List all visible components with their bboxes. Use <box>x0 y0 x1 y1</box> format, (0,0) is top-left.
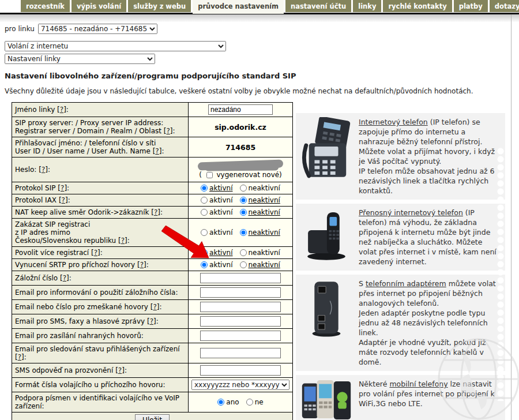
radio-option-aktivní[interactable]: aktivní <box>201 261 232 269</box>
radio-label: neaktivní <box>249 196 280 204</box>
radio-label: neaktivní <box>249 228 280 237</box>
radio-option-neaktivní[interactable]: neaktivní <box>240 249 280 257</box>
help-link[interactable]: ? <box>118 366 122 374</box>
radio-input[interactable] <box>201 209 208 216</box>
settings-row: SMS odpověď na prozvonění [?]: <box>12 363 293 378</box>
settings-row: Formát čísla volajícího u příchozího hov… <box>12 378 293 392</box>
radio-option-neaktivní[interactable]: neaktivní <box>240 196 280 204</box>
text-input[interactable] <box>200 287 281 298</box>
help-link[interactable]: ? <box>166 127 170 135</box>
radio-label: ne <box>255 398 264 406</box>
info-text: Přenosný internetový telefon (IP telefon… <box>359 208 501 267</box>
category-select[interactable]: Volání z internetu <box>5 41 226 51</box>
mobile-phones-image <box>300 379 353 420</box>
help-link[interactable]: ? <box>61 184 64 192</box>
subcategory-select[interactable]: Nastavení linky <box>5 54 155 64</box>
settings-row: Protokol SIP [?]:aktivníneaktivní <box>12 182 293 194</box>
tab-nastavení-účtu[interactable]: nastavení účtu <box>285 0 351 12</box>
tab-rozcestník[interactable]: rozcestník <box>21 0 70 12</box>
text-input[interactable] <box>200 302 281 312</box>
tab-průvodce-nastavením[interactable]: průvodce nastavením <box>193 0 284 12</box>
radio-option-aktivní[interactable]: aktivní <box>201 184 232 192</box>
help-link[interactable]: ? <box>154 208 157 216</box>
tab-platby[interactable]: platby <box>454 0 488 12</box>
help-link[interactable]: ? <box>42 166 45 174</box>
radio-option-neaktivní[interactable]: neaktivní <box>240 228 280 237</box>
radio-input[interactable] <box>240 261 247 268</box>
info-link[interactable]: Internetový telefon <box>359 118 428 126</box>
radio-input[interactable] <box>240 185 247 192</box>
row-label: Vynucení SRTP pro příchozí hovory [?]: <box>12 259 189 271</box>
help-link[interactable]: ? <box>63 274 66 282</box>
row-label: Email pro sledování stavu přihlášených z… <box>12 343 189 363</box>
radio-option-aktivní[interactable]: aktivní <box>201 249 232 257</box>
text-input[interactable] <box>208 104 273 115</box>
settings-row: Zakázat SIP registraciz IP adres mimoČes… <box>12 219 293 247</box>
settings-row: Email pro informování o použití záložníh… <box>12 286 293 300</box>
settings-row: Heslo: [?]:( vygenerovat nové) <box>12 158 293 182</box>
text-input[interactable] <box>200 348 281 358</box>
help-link[interactable]: ? <box>60 106 63 114</box>
tab-služby-z-webu[interactable]: služby z webu <box>128 0 191 12</box>
text-input[interactable] <box>200 273 281 283</box>
row-value <box>189 314 293 329</box>
cordless-phone-image <box>300 208 353 263</box>
text-input[interactable] <box>200 316 281 327</box>
radio-option-neaktivní[interactable]: neaktivní <box>240 261 280 269</box>
settings-table: Jméno linky [?]:SIP proxy server: / Prox… <box>12 102 293 420</box>
radio-option-neaktivní[interactable]: neaktivní <box>240 184 280 192</box>
row-label: Protokol SIP [?]: <box>12 182 189 194</box>
radio-input[interactable] <box>201 197 208 204</box>
help-link[interactable]: ? <box>140 261 144 269</box>
radio-input[interactable] <box>201 249 208 256</box>
generate-password-checkbox[interactable] <box>206 172 213 178</box>
right-border-line <box>511 14 512 420</box>
settings-row: Přihlašovací jméno: / telefonní číslo v … <box>12 137 293 158</box>
info-link[interactable]: mobilní telefony <box>389 380 447 388</box>
save-button[interactable]: Uložit <box>135 414 170 420</box>
radio-option-aktivní[interactable]: aktivní <box>201 196 232 204</box>
settings-row: SIP proxy server: / Proxy server IP addr… <box>12 117 293 137</box>
info-link[interactable]: Přenosný internetový telefon <box>359 208 463 217</box>
text-input[interactable] <box>200 365 281 376</box>
radio-option-ne[interactable]: ne <box>246 398 264 406</box>
row-label: Email pro SMS, faxy a hlasové zprávy [?]… <box>12 314 189 329</box>
ip-phone-image <box>300 117 353 179</box>
radio-input[interactable] <box>240 249 247 256</box>
radio-label: neaktivní <box>249 249 280 257</box>
text-input[interactable] <box>200 331 281 341</box>
radio-input[interactable] <box>240 197 247 204</box>
line-select[interactable]: 714685 - nezadáno - +714685 <box>38 24 157 34</box>
row-label: Email pro informování o použití záložníh… <box>12 286 189 300</box>
tab-výpis-volání[interactable]: výpis volání <box>72 0 126 12</box>
help-link[interactable]: ? <box>153 303 156 311</box>
help-link[interactable]: ? <box>121 237 125 245</box>
radio-option-aktivní[interactable]: aktivní <box>201 208 232 216</box>
radio-option-aktivní[interactable]: aktivní <box>201 228 232 237</box>
row-label: SMS odpověď na prozvonění [?]: <box>12 363 189 378</box>
info-text: S telefonním adaptérem můžete volat přes… <box>359 279 501 367</box>
radio-input[interactable] <box>201 229 208 236</box>
radio-input[interactable] <box>240 229 247 236</box>
help-link[interactable]: ? <box>18 353 21 361</box>
radio-input[interactable] <box>201 261 208 268</box>
page-title: Nastavení libovolného zařízení/programu … <box>5 72 296 80</box>
tab-dotazy[interactable]: dotazy <box>490 0 519 12</box>
page: rozcestníkvýpis voláníslužby z webuprůvo… <box>0 0 519 420</box>
settings-row: Email pro sledování stavu přihlášených z… <box>12 343 293 363</box>
help-link[interactable]: ? <box>94 249 97 257</box>
radio-input[interactable] <box>240 209 247 216</box>
tab-rychlé-kontakty[interactable]: rychlé kontakty <box>383 0 452 12</box>
caller-format-select[interactable]: xxxyyyzzz nebo *xxxyyy <box>191 380 289 390</box>
help-link[interactable]: ? <box>150 317 153 325</box>
radio-input[interactable] <box>246 399 253 406</box>
radio-option-ano[interactable]: ano <box>217 398 239 406</box>
line-selector-row: pro linku714685 - nezadáno - +714685 <box>5 24 157 34</box>
help-link[interactable]: ? <box>62 196 65 204</box>
radio-option-neaktivní[interactable]: neaktivní <box>240 208 280 216</box>
info-link[interactable]: telefonním adaptérem <box>366 279 446 288</box>
help-link[interactable]: ? <box>155 147 159 155</box>
tab-linky[interactable]: linky <box>353 0 381 12</box>
radio-input[interactable] <box>217 399 224 406</box>
radio-input[interactable] <box>201 185 208 192</box>
